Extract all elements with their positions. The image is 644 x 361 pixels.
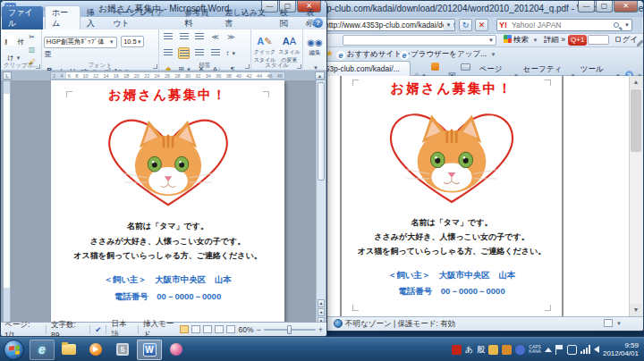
pdf-poster: お婿さん募集中！	[342, 76, 562, 298]
volume-icon[interactable]	[594, 346, 599, 353]
tab-mailings[interactable]: 差し込み文書	[219, 6, 274, 29]
stop-button[interactable]: ✕	[475, 19, 488, 31]
address-bar[interactable]: http://www.4353p-club.com/kadai/downloa …	[321, 19, 455, 31]
document-page[interactable]: お婿さん募集中！	[51, 80, 284, 324]
print-layout-view-icon[interactable]	[180, 325, 189, 333]
taskbar-clock[interactable]: 9:592012/04/01	[603, 341, 639, 357]
align-center-icon[interactable]	[178, 47, 190, 59]
bullets-icon[interactable]	[163, 31, 174, 43]
zoom-level[interactable]: 60%	[238, 325, 253, 334]
tab-page-layout[interactable]: ページ レイアウト	[106, 6, 178, 29]
ime-dictionary-icon[interactable]	[502, 345, 512, 355]
ime-pad-icon[interactable]	[515, 345, 525, 355]
toolbar-search-input[interactable]: ▼	[343, 35, 496, 46]
poster-title: お婿さん募集中！	[342, 80, 562, 97]
zoom-slider-thumb[interactable]	[287, 325, 292, 334]
ruler-number: 38	[226, 72, 232, 79]
start-button[interactable]	[4, 340, 24, 360]
search-dropdown-icon[interactable]: ▼	[624, 20, 630, 31]
taskbar-explorer-button[interactable]	[56, 340, 81, 360]
tab-review[interactable]: 校閲	[274, 6, 301, 29]
draft-view-icon[interactable]	[226, 325, 235, 333]
device-icon[interactable]	[567, 345, 577, 355]
poster-line: 名前は「タマ」です。	[342, 215, 562, 230]
proofing-icon[interactable]: ✔	[95, 325, 101, 334]
line-spacing-icon[interactable]: ↕▼	[225, 47, 237, 59]
ruler-number: 34	[206, 72, 211, 79]
show-hidden-icons[interactable]	[545, 348, 552, 352]
numbering-icon[interactable]	[178, 31, 190, 43]
poster-line: ささみが大好き、人懐っこい女の子です。	[51, 234, 284, 249]
refresh-button[interactable]: ↻	[459, 19, 472, 31]
tab-references[interactable]: 参考資料	[178, 6, 218, 29]
paragraph-launcher[interactable]	[245, 64, 250, 69]
settings-button[interactable]	[636, 38, 644, 46]
font-launcher[interactable]	[153, 64, 157, 69]
tab-home[interactable]: ホーム	[45, 5, 80, 29]
clipboard-launcher[interactable]	[36, 64, 40, 69]
scroll-up-icon[interactable]: ▲	[315, 71, 325, 80]
browse-object-icon[interactable]: ●	[318, 308, 325, 316]
poster-line: オス猫を飼っていらっしゃる方、ご連絡ください。	[342, 244, 562, 258]
zoom-out-icon[interactable]: −	[256, 325, 260, 334]
styles-launcher[interactable]	[297, 64, 301, 69]
ime-status-icon[interactable]	[452, 345, 462, 355]
align-left-icon[interactable]	[163, 47, 174, 59]
word-poster: お婿さん募集中！	[51, 87, 284, 303]
toolbar-badge[interactable]: Q+1	[568, 35, 587, 46]
tab-insert[interactable]: 挿入	[80, 6, 107, 29]
font-name-select[interactable]: HGP創英角ﾎﾟｯﾌﾟ体▼	[44, 37, 117, 48]
cut-icon[interactable]: ✂	[26, 31, 38, 43]
ruler-number: 14	[103, 72, 108, 79]
horizontal-ruler[interactable]: 2468101214161820222426283032343638404244…	[50, 71, 285, 80]
taskbar-paint-app-button[interactable]	[164, 340, 189, 360]
zoom-in-icon[interactable]: +	[318, 325, 323, 334]
ruby-icon[interactable]: 亜	[44, 48, 53, 60]
zoom-slider[interactable]	[264, 329, 316, 331]
ie-zoom-control[interactable]: ▼	[604, 319, 622, 327]
multilevel-list-icon[interactable]	[194, 31, 206, 43]
search-box[interactable]: Y! Yahoo! JAPAN ▼	[496, 19, 632, 31]
increase-indent-icon[interactable]: ≫	[225, 31, 237, 43]
ie-close-button[interactable]: ✕	[614, 1, 638, 13]
vertical-ruler[interactable]	[3, 80, 11, 324]
ruler-number: 40	[236, 72, 242, 79]
search-icon[interactable]	[614, 22, 619, 28]
taskbar-media-player-button[interactable]: ▶	[83, 340, 108, 360]
tab-file[interactable]: ファイル	[2, 6, 43, 29]
network-icon[interactable]	[580, 345, 590, 354]
outline-view-icon[interactable]	[215, 325, 224, 333]
taskbar-ie-button[interactable]: e	[30, 340, 55, 360]
taskbar-word-button[interactable]: W	[137, 340, 162, 360]
ime-tools-icon[interactable]	[488, 345, 498, 355]
justify-icon[interactable]	[209, 47, 221, 59]
fullscreen-view-icon[interactable]	[191, 325, 200, 333]
align-right-icon[interactable]	[194, 47, 206, 59]
copy-icon[interactable]: ▥	[26, 44, 38, 55]
address-dropdown-icon[interactable]: ▼	[444, 20, 453, 30]
action-center-icon[interactable]	[555, 345, 564, 355]
tab-selector[interactable]: L	[3, 71, 12, 80]
font-size-select[interactable]: 10.5▼	[121, 36, 144, 47]
toolbar-search-dropdown-icon[interactable]: ▼	[488, 36, 494, 46]
document-scrollbar[interactable]: ▲ ● ▼	[316, 80, 326, 324]
heart-cat-graphic[interactable]	[91, 105, 245, 211]
toolbar-search-button[interactable]: 検索 ▼	[504, 35, 538, 46]
browser-upgrade-button[interactable]: eブラウザーをアップ... ▼	[400, 47, 496, 61]
ime-conversion-indicator[interactable]: 般	[477, 344, 485, 356]
ime-hiragana-indicator[interactable]: あ	[465, 344, 473, 356]
toolbar-details-button[interactable]: 詳細 »	[544, 35, 565, 46]
taskbar-app5-button[interactable]: 5	[110, 340, 135, 360]
word-help-icon[interactable]: ?	[313, 18, 323, 28]
minimize-ribbon-icon[interactable]: ∧	[305, 20, 309, 27]
previous-page-icon[interactable]: ▲	[318, 299, 325, 307]
web-layout-view-icon[interactable]	[203, 325, 212, 333]
toolbar-mini-input[interactable]	[588, 35, 609, 45]
ie-maximize-button[interactable]: ▢	[596, 1, 613, 13]
ie-minimize-button[interactable]: —	[578, 1, 595, 13]
scrollbar-thumb[interactable]	[318, 82, 325, 180]
decrease-indent-icon[interactable]: ≪	[209, 31, 221, 43]
document-area[interactable]: お婿さん募集中！	[1, 80, 326, 324]
find-binoculars-icon[interactable]: ◉◉	[307, 38, 322, 47]
pdf-scrollbar[interactable]: ▲ ▼	[629, 76, 642, 316]
